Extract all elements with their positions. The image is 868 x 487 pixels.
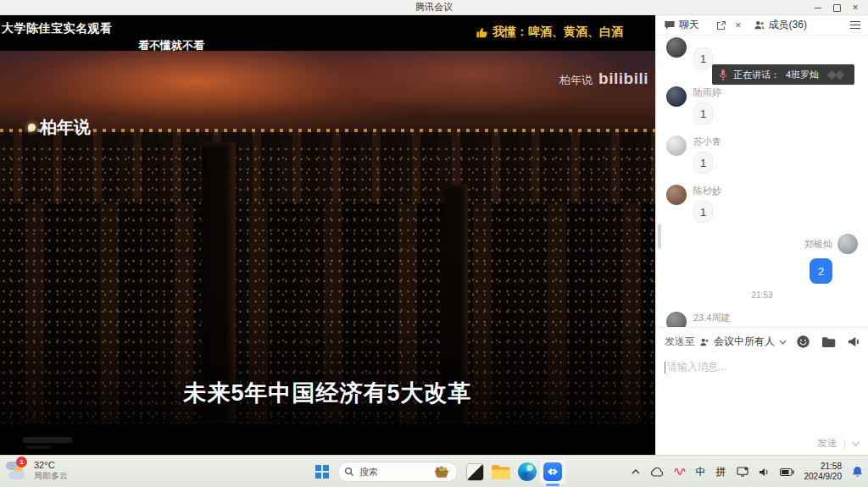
message-bubble: 1 (693, 152, 713, 174)
tab-members[interactable]: 成员(36) (754, 18, 807, 32)
folder-icon (491, 464, 511, 480)
compose-toolbar (796, 335, 861, 349)
emoji-icon[interactable] (796, 335, 810, 349)
video-subtitle: 未来5年中国经济有5大改革 (0, 378, 655, 408)
faint-watermark (25, 445, 51, 449)
input-placeholder: 请输入消息... (667, 360, 726, 374)
megaphone-icon[interactable] (847, 335, 861, 348)
edge-icon (518, 462, 537, 481)
speaking-toast: 正在讲话： 4班罗灿 (712, 64, 854, 85)
chat-panel: 聊天 × 成员(36) 1陆雨婷1苏小青1陈秒妙1郑银灿221:5323.4周建… (655, 15, 868, 455)
window-title: 腾讯会议 (415, 1, 453, 14)
tab-members-label: 成员(36) (769, 18, 807, 32)
avatar (666, 136, 687, 156)
avatar (666, 185, 687, 205)
thumbs-up-icon (476, 26, 488, 39)
channel-watermark: 柏年说 (559, 73, 593, 88)
sender-name: 23.4周建 (693, 312, 868, 324)
chat-message: 郑银灿2 (656, 234, 858, 284)
video-letterbox (0, 423, 655, 455)
active-app-indicator (546, 484, 559, 486)
app-icon-snip[interactable] (463, 461, 487, 483)
send-options-chevron-icon[interactable] (852, 441, 860, 446)
send-to-row: 发送至 会议中所有人 (656, 328, 868, 349)
chat-compose: 发送至 会议中所有人 (656, 327, 868, 455)
chat-message: 23.4周建3 (666, 312, 868, 327)
send-to-dropdown[interactable]: 会议中所有人 (714, 335, 775, 349)
send-to-label: 发送至 (665, 335, 695, 349)
sender-name: 陈秒妙 (693, 185, 868, 197)
maximize-button[interactable] (827, 0, 846, 15)
message-bubble: 1 (693, 47, 713, 69)
chat-time-divider: 21:53 (656, 291, 868, 300)
chat-scrollbar[interactable] (658, 224, 661, 249)
message-bubble: 1 (693, 201, 713, 223)
window-controls: × (809, 0, 865, 15)
ime-scheme-indicator[interactable]: 拼 (711, 461, 732, 483)
chat-bubble-icon (664, 19, 676, 30)
weather-desc: 局部多云 (34, 471, 68, 481)
file-icon[interactable] (821, 336, 836, 348)
clock-date: 2024/9/20 (804, 472, 843, 482)
window-titlebar: 腾讯会议 × (0, 0, 868, 15)
shared-screen-video: 大学陈佳宝实名观看 看不懂就不看 我懂：啤酒、黄酒、白酒 柏年说 bilibil… (0, 15, 655, 455)
danmaku-text: 大学陈佳宝实名观看 (2, 21, 113, 36)
close-chat-icon[interactable]: × (735, 19, 742, 30)
speaking-label: 正在讲话： (733, 69, 780, 81)
message-bubble: 1 (693, 102, 713, 125)
notification-bell-icon[interactable] (847, 461, 868, 483)
chat-message: 陈秒妙1 (666, 185, 868, 224)
tab-chat[interactable]: 聊天 (664, 18, 699, 32)
search-placeholder: 搜索 (359, 466, 378, 479)
microphone-icon (719, 69, 727, 80)
clock-time: 21:58 (821, 462, 842, 472)
weather-widget[interactable]: 1 32°C 局部多云 (5, 459, 68, 481)
text-caret (665, 362, 665, 374)
meeting-logo-icon (826, 69, 848, 81)
weather-icon: 1 (5, 459, 29, 481)
battery-icon[interactable] (775, 461, 799, 483)
start-button[interactable] (310, 461, 334, 483)
taskbar-clock[interactable]: 21:58 2024/9/20 (799, 462, 848, 482)
city-night-scene (0, 51, 655, 423)
ime-language-indicator[interactable]: 中 (691, 461, 711, 483)
avatar (666, 312, 687, 327)
sender-name: 郑银灿 (804, 238, 832, 251)
message-bubble: 2 (810, 258, 832, 284)
chevron-down-icon[interactable] (779, 340, 787, 345)
send-row: 发送 | (817, 436, 860, 451)
speaker-icon[interactable] (754, 461, 775, 483)
chat-message: 苏小青1 (666, 136, 868, 174)
bw-app-icon (466, 463, 484, 481)
display-icon[interactable] (732, 461, 754, 483)
search-icon (344, 467, 354, 477)
danmaku-highlight-text: 我懂：啤酒、黄酒、白酒 (492, 25, 623, 40)
menu-icon[interactable] (850, 21, 860, 30)
voice-activity-icon[interactable] (669, 461, 691, 483)
send-divider: | (843, 438, 846, 450)
popout-icon[interactable] (716, 20, 726, 30)
channel-badge-text: 柏年说 (40, 116, 91, 139)
minimize-button[interactable] (809, 0, 827, 15)
danmaku-highlight: 我懂：啤酒、黄酒、白酒 (476, 25, 623, 40)
file-explorer-button[interactable] (489, 461, 513, 483)
avatar (666, 86, 687, 107)
chat-header: 聊天 × 成员(36) (656, 15, 868, 36)
sender-name: 陆雨婷 (693, 86, 868, 99)
tab-chat-label: 聊天 (679, 18, 699, 32)
weather-temp: 32°C (34, 460, 68, 471)
cloud-sync-icon[interactable] (645, 461, 669, 483)
notification-badge: 1 (16, 457, 27, 468)
message-input[interactable]: 请输入消息... (656, 349, 868, 374)
video-watermark: 柏年说 bilibili (559, 69, 648, 88)
avatar (666, 37, 687, 58)
edge-browser-button[interactable] (515, 461, 539, 483)
tray-chevron-up-icon[interactable] (626, 461, 645, 483)
windows-logo-icon (315, 465, 329, 479)
taskbar-search[interactable]: 搜索 (337, 462, 458, 482)
bullet-dot-icon (28, 124, 36, 131)
close-button[interactable]: × (846, 0, 865, 15)
chat-message: 陆雨婷1 (666, 86, 868, 125)
tencent-meeting-button[interactable] (539, 459, 566, 484)
send-button[interactable]: 发送 (817, 436, 837, 451)
